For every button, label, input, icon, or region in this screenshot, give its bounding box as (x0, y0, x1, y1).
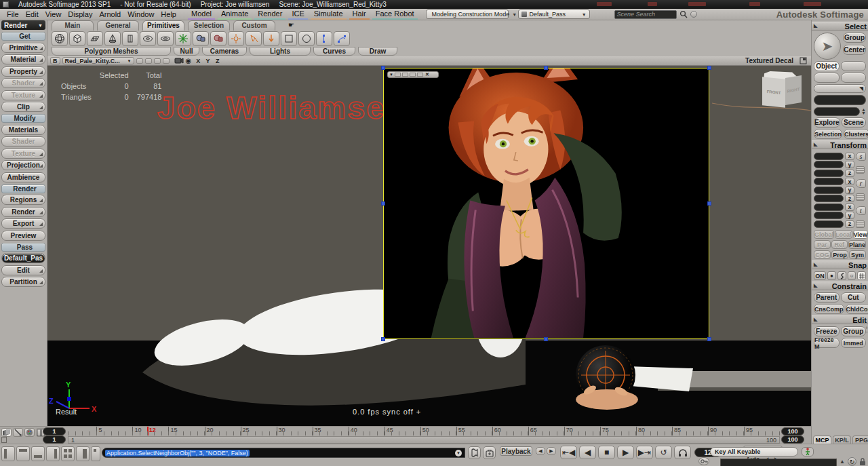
script-history-icon[interactable]: ▼ (455, 450, 462, 457)
construction-mode-combo[interactable]: Modeling Construction Mode ▼ (426, 9, 509, 19)
translate-x-field[interactable] (814, 203, 844, 211)
step-back-icon[interactable]: ◀ (536, 447, 545, 455)
region-handle-sw[interactable] (381, 337, 385, 341)
region-close-icon[interactable]: ✕ (425, 72, 429, 77)
scale-z-button[interactable]: z (845, 170, 854, 177)
scale-y-field[interactable] (814, 161, 844, 168)
ref-mode-button[interactable]: COG (814, 250, 831, 259)
character-key-icon[interactable] (802, 447, 814, 457)
menu-item[interactable]: Help (157, 9, 180, 19)
rotate-tool-button[interactable]: r (856, 179, 866, 188)
toolbar-tab[interactable]: Primitives (142, 20, 184, 31)
scale-x-button[interactable]: x (845, 153, 854, 160)
torus-icon[interactable] (140, 31, 156, 46)
edit-section-header[interactable]: Edit (812, 315, 868, 324)
menu-item[interactable]: Display (64, 9, 96, 19)
expand-arrow-icon[interactable]: ▲ (840, 459, 845, 465)
sidebar-item[interactable]: Material (1, 54, 45, 64)
ref-mode-button[interactable]: Plane (848, 240, 866, 249)
edit-group-button[interactable]: Group (841, 326, 867, 336)
keyable-parameters-field[interactable] (720, 459, 837, 466)
select-object-button[interactable]: Object (814, 61, 840, 71)
light-point-icon[interactable] (228, 31, 244, 46)
region-option-button[interactable] (395, 73, 401, 77)
select-blank-button[interactable] (841, 61, 867, 71)
toolbar-tab[interactable]: Main (52, 20, 94, 31)
sidebar-item[interactable]: Modify (1, 114, 45, 123)
scale-options-icon[interactable] (856, 166, 865, 174)
layout-preset-button[interactable] (76, 446, 90, 461)
sidebar-item[interactable]: Property (1, 66, 45, 77)
sidebar-item[interactable]: Primitive (1, 43, 45, 53)
draw-curve-icon[interactable] (334, 31, 350, 46)
spinner-arrows-icon[interactable]: ▲▼ (861, 109, 866, 115)
null-star-icon[interactable] (175, 31, 191, 46)
selection-value-field[interactable] (814, 107, 860, 116)
group-label-null[interactable]: Null (174, 47, 199, 56)
visibility-eye-icon[interactable]: ◉ (186, 57, 192, 64)
edit-immed-button[interactable]: Immed (841, 338, 867, 348)
snap-on-toggle[interactable]: ON (814, 271, 826, 280)
wand-icon[interactable] (13, 428, 23, 437)
module-item[interactable]: ICE (288, 9, 307, 20)
tab-pointer-icon[interactable]: ☛ (288, 21, 294, 28)
module-item[interactable]: Hair (349, 9, 370, 20)
region-option-button[interactable] (402, 73, 408, 77)
clusters-button[interactable]: Clusters (844, 129, 868, 139)
ref-mode-button[interactable]: Par (814, 240, 831, 249)
select-center-button[interactable]: Center (843, 45, 866, 55)
snap-section-header[interactable]: Snap (812, 260, 868, 269)
palette-combo[interactable]: Render ▼ (1, 20, 45, 30)
rotate-z-field[interactable] (814, 195, 844, 202)
key-icon[interactable] (698, 457, 709, 465)
snap-facet-icon[interactable]: ○ (848, 271, 856, 280)
layout-preset-button[interactable] (1, 446, 15, 461)
light-directional-icon[interactable] (263, 31, 279, 46)
snap-curve-icon[interactable] (837, 271, 846, 280)
range-end-field[interactable]: 100 (781, 435, 804, 444)
translate-tool-button[interactable]: t (856, 206, 866, 215)
ref-mode-button[interactable]: Prop (831, 250, 848, 259)
curve-circle-icon[interactable] (298, 31, 315, 46)
layout-preset-button[interactable] (61, 446, 75, 461)
camera-icon[interactable] (193, 31, 209, 46)
ref-mode-button[interactable]: Global (814, 230, 834, 239)
sidebar-item[interactable]: Edit (1, 265, 45, 275)
select-blank-button[interactable] (841, 73, 867, 83)
viewport[interactable]: B Red_Pale_Kitty.C... ▼ ◉ X Y Z Textured… (47, 56, 811, 426)
module-item[interactable]: Render (254, 9, 285, 20)
timeline-ruler[interactable]: 12 5101520253035404550556065707580859095 (68, 427, 780, 435)
pane-letter-button[interactable]: B (50, 57, 60, 64)
region-handle-s[interactable] (544, 337, 548, 341)
stop-button[interactable]: ■ (598, 446, 615, 459)
disc-icon[interactable] (157, 31, 174, 46)
pass-selector-combo[interactable]: Default_Pass ▼ (518, 9, 590, 19)
sidebar-item[interactable]: Render (1, 207, 45, 217)
command-script-field[interactable]: Application.SelectNeighborObj("", 3, "NO… (102, 448, 465, 458)
select-blank-button[interactable] (814, 73, 840, 83)
curve-square-icon[interactable] (281, 31, 297, 46)
snap-grid-icon[interactable] (857, 271, 866, 280)
playback-menu-button[interactable]: Playback (500, 446, 532, 456)
menu-item[interactable]: View (42, 9, 65, 19)
sphere-icon[interactable] (52, 31, 68, 46)
sidebar-item[interactable]: Export (1, 218, 45, 229)
region-option-button[interactable] (410, 73, 416, 77)
go-first-frame-button[interactable]: ⇤◀ (560, 446, 577, 459)
explore-button[interactable]: Explore (814, 117, 840, 128)
key-all-keyable-field[interactable]: Key All Keyable (710, 447, 798, 457)
translate-x-button[interactable]: x (845, 203, 854, 211)
edit-freeze-button[interactable]: Freeze (814, 326, 840, 336)
module-item[interactable]: Animate (218, 9, 252, 20)
scale-x-field[interactable] (814, 153, 844, 160)
sidebar-item[interactable]: Texture (1, 90, 45, 100)
display-mode-selector[interactable]: Textured Decal (745, 57, 793, 64)
scene-search-input[interactable]: Scene Search (614, 10, 677, 19)
rotate-x-field[interactable] (814, 178, 844, 185)
play-button[interactable]: ▶ (617, 446, 634, 459)
toolbar-tab[interactable]: Selection (188, 20, 230, 31)
draw-points-icon[interactable] (316, 31, 332, 46)
end-frame-field[interactable]: 100 (781, 427, 804, 435)
palette-icon[interactable] (24, 428, 35, 437)
edit-freeze-m-button[interactable]: Freeze M (814, 338, 840, 348)
